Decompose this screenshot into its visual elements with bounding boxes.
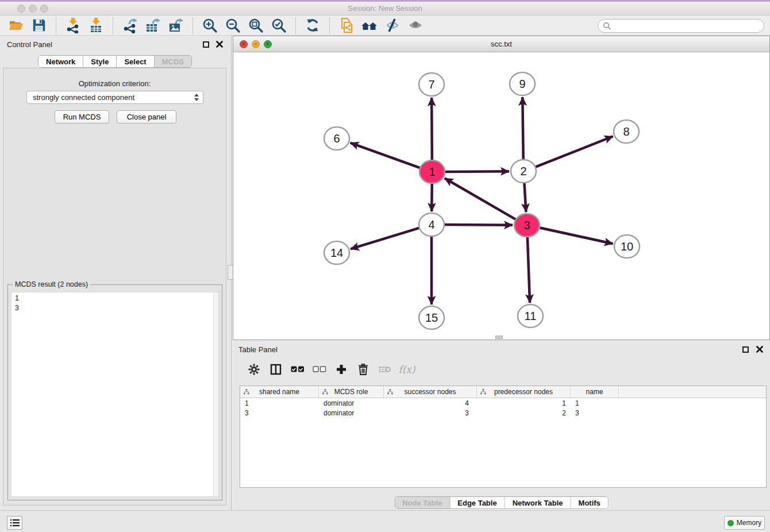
split-view-icon[interactable] <box>265 360 287 379</box>
task-history-button[interactable] <box>7 516 22 530</box>
search-field[interactable] <box>598 19 764 33</box>
close-panel-button[interactable]: Close panel <box>117 110 176 124</box>
export-network-icon[interactable] <box>118 17 141 34</box>
table-options-gear-icon[interactable] <box>243 360 265 379</box>
column-header-successor-nodes[interactable]: successor nodes <box>384 386 477 398</box>
graph-node-8[interactable]: 8 <box>614 120 639 143</box>
graph-node-11[interactable]: 11 <box>518 304 543 327</box>
import-table-icon[interactable] <box>84 17 107 34</box>
refresh-network-icon[interactable] <box>301 17 324 34</box>
table-row[interactable]: 1dominator411 <box>240 398 766 408</box>
table-cell[interactable]: 1 <box>477 398 571 408</box>
graph-edge-4-14[interactable] <box>351 228 420 249</box>
float-table-panel-icon[interactable] <box>742 346 749 353</box>
graph-edge-1-6[interactable] <box>351 143 421 168</box>
close-table-panel-icon[interactable] <box>756 346 763 353</box>
export-image-icon[interactable] <box>164 17 187 34</box>
tab-network-table[interactable]: Network Table <box>505 497 571 508</box>
delete-table-icon[interactable] <box>374 360 396 379</box>
tab-network[interactable]: Network <box>38 56 83 67</box>
table-cell[interactable]: dominator <box>319 398 384 408</box>
column-header-shared-name[interactable]: shared name <box>240 386 319 398</box>
graph-node-14[interactable]: 14 <box>324 241 349 264</box>
graph-node-10[interactable]: 10 <box>614 235 640 258</box>
zoom-selected-icon[interactable] <box>267 17 290 34</box>
graph-node-1[interactable]: 1 <box>419 160 445 183</box>
memory-button[interactable]: Memory <box>724 516 765 530</box>
mcds-result-box: MCDS result (2 nodes) 1 3 <box>7 284 222 500</box>
zoom-in-icon[interactable] <box>198 17 221 34</box>
deselect-all-checkboxes-icon[interactable] <box>309 360 330 379</box>
tab-mcds[interactable]: MCDS <box>155 56 191 67</box>
duplicate-network-icon[interactable] <box>335 17 358 34</box>
table-cell[interactable]: 3 <box>240 408 319 418</box>
table-cell[interactable]: 1 <box>571 398 619 408</box>
mcds-result-title: MCDS result (2 nodes) <box>13 280 90 288</box>
add-column-icon[interactable] <box>330 360 352 379</box>
tab-style[interactable]: Style <box>83 56 117 67</box>
first-neighbors-icon[interactable] <box>358 17 381 34</box>
table-cell[interactable]: 1 <box>240 398 319 408</box>
hide-selected-icon[interactable] <box>381 17 404 34</box>
table-row[interactable]: 3dominator323 <box>240 408 766 418</box>
graph-node-6[interactable]: 6 <box>324 127 349 150</box>
table-panel-tabs: Node Table Edge Table Network Table Moti… <box>394 496 609 509</box>
tab-node-table[interactable]: Node Table <box>395 497 450 508</box>
show-all-icon[interactable] <box>404 17 427 34</box>
close-panel-icon[interactable] <box>216 41 223 48</box>
zoom-out-icon[interactable] <box>221 17 244 34</box>
optimization-criterion-select[interactable]: strongly connected component <box>26 91 203 104</box>
main-toolbar <box>0 16 770 36</box>
import-network-icon[interactable] <box>61 17 84 34</box>
status-bar: Memory <box>0 510 770 532</box>
table-cell[interactable]: 3 <box>384 408 477 418</box>
column-header-name[interactable]: name <box>571 386 619 398</box>
graph-node-9[interactable]: 9 <box>510 72 535 95</box>
column-header-predecessor-nodes[interactable]: predecessor nodes <box>477 386 571 398</box>
graph-node-7[interactable]: 7 <box>419 73 444 96</box>
graph-node-15[interactable]: 15 <box>419 306 444 329</box>
float-panel-icon[interactable] <box>203 41 209 48</box>
graph-edge-1-4[interactable] <box>432 183 432 211</box>
run-mcds-button[interactable]: Run MCDS <box>55 110 109 124</box>
graph-node-2[interactable]: 2 <box>511 160 536 183</box>
graph-node-4[interactable]: 4 <box>419 213 444 236</box>
network-window-title: scc.txt <box>233 40 769 48</box>
hierarchy-icon <box>322 389 328 395</box>
table-cell[interactable]: 4 <box>384 398 477 408</box>
search-input[interactable] <box>614 22 764 30</box>
graph-edge-3-11[interactable] <box>528 236 530 303</box>
graph-edge-1-7[interactable] <box>432 98 432 161</box>
open-session-icon[interactable] <box>5 17 28 34</box>
network-graph-canvas[interactable]: 7968124314101511 <box>233 52 769 340</box>
select-all-checkboxes-icon[interactable] <box>287 360 309 379</box>
graph-edge-4-3[interactable] <box>444 225 513 225</box>
mcds-result-textarea[interactable]: 1 3 <box>11 292 219 497</box>
network-hscroll-handle[interactable] <box>495 336 503 339</box>
table-cell[interactable]: 3 <box>571 408 619 418</box>
graph-edge-2-3[interactable] <box>524 182 526 212</box>
function-builder-icon[interactable]: f(x) <box>396 360 418 379</box>
graph-node-3[interactable]: 3 <box>514 214 540 237</box>
save-session-icon[interactable] <box>28 17 51 34</box>
delete-columns-icon[interactable] <box>352 360 374 379</box>
result-scrollbar[interactable] <box>213 292 218 496</box>
graph-edge-2-8[interactable] <box>535 136 613 167</box>
graph-edge-1-2[interactable] <box>444 171 509 172</box>
graph-edge-3-1[interactable] <box>445 178 517 219</box>
column-header-mcds-role[interactable]: MCDS role <box>319 386 384 398</box>
tab-motifs[interactable]: Motifs <box>571 497 608 508</box>
application-window: Session: New Session <box>0 0 770 532</box>
tab-select[interactable]: Select <box>117 56 154 67</box>
svg-text:11: 11 <box>525 310 537 322</box>
table-cell[interactable]: dominator <box>319 408 384 418</box>
table-cell[interactable]: 2 <box>477 408 571 418</box>
graph-edge-3-10[interactable] <box>539 228 613 244</box>
graph-edge-2-9[interactable] <box>522 97 523 160</box>
node-table: shared name MCDS role successor nodes <box>240 385 767 488</box>
export-table-icon[interactable] <box>141 17 164 34</box>
zoom-fit-icon[interactable] <box>244 17 267 34</box>
app-title: Session: New Session <box>0 4 770 13</box>
tab-edge-table[interactable]: Edge Table <box>450 497 505 508</box>
svg-text:3: 3 <box>523 219 530 232</box>
